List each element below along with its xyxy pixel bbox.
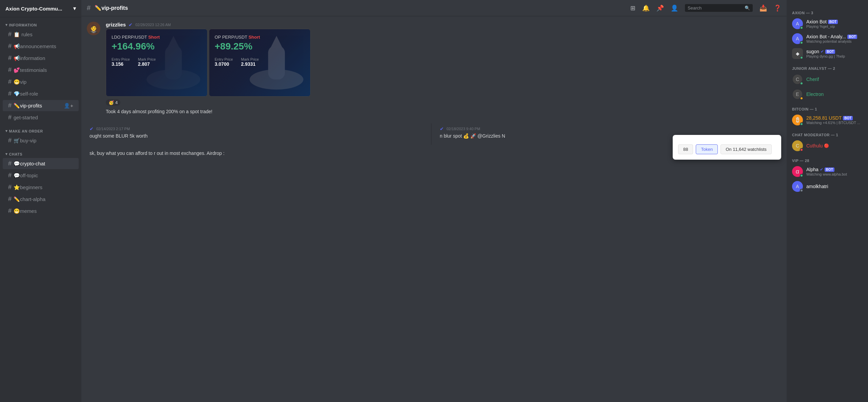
- main-content: # ✏️vip-profits ⊞ 🔔 📌 👤 Search 🔍 📥 ❓ 🤵 g…: [81, 0, 787, 402]
- channel-vip-profits[interactable]: # ✏️vip-profits 👤+: [3, 100, 79, 111]
- hash-icon: #: [8, 207, 12, 215]
- member-amolkhatri[interactable]: A amolkhatri: [789, 179, 865, 194]
- status-indicator: [800, 148, 803, 152]
- member-cherif[interactable]: C Cherif: [789, 72, 865, 87]
- header-icons: ⊞ 🔔 📌 👤 Search 🔍 📥 ❓: [630, 4, 781, 12]
- member-info: Alpha ✔ BOT Watching www.alpha.bot: [806, 167, 847, 176]
- pin-icon[interactable]: 📌: [656, 4, 664, 12]
- channel-group-chats[interactable]: ▾ CHATS: [0, 146, 81, 158]
- channel-buy-vip[interactable]: # 🛒buy-vip: [3, 135, 79, 146]
- timestamp: 02/18/2023 9:40 PM: [447, 127, 480, 131]
- channel-header: # ✏️vip-profits ⊞ 🔔 📌 👤 Search 🔍 📥 ❓: [81, 0, 787, 16]
- inbox-icon[interactable]: 📥: [760, 4, 767, 12]
- avatar: 🤵: [87, 22, 100, 35]
- member-electron[interactable]: E Electron: [789, 87, 865, 102]
- bottom-partial-area: sk, buy what you can afford to r out in …: [87, 147, 781, 160]
- partial-messages-container: ✔ 02/14/2023 2:17 PM ought some BLUR 5k …: [87, 123, 781, 160]
- channel-self-role[interactable]: # 💎self-role: [3, 88, 79, 99]
- channel-label: 🛒buy-vip: [14, 138, 36, 144]
- channel-label: 💬crypto-chat: [14, 161, 45, 167]
- card-percent: +164.96%: [112, 41, 202, 52]
- verified-badge: ✔: [129, 22, 133, 27]
- member-cuthulu[interactable]: C Cuthulu 🔴: [789, 138, 865, 153]
- member-info: Electron: [806, 92, 824, 97]
- channel-announcements[interactable]: # 📢announcements: [3, 41, 79, 52]
- hash-icon: #: [8, 172, 12, 179]
- member-name: Cherif: [806, 77, 819, 82]
- server-header[interactable]: Axion Crypto-Commu... ▾: [0, 0, 81, 17]
- search-icon: 🔍: [745, 5, 750, 11]
- messages-area: 🤵 grizzlies ✔ 02/28/2023 12:26 AM: [81, 16, 787, 402]
- hashtag-icon[interactable]: ⊞: [630, 4, 635, 12]
- channel-rules[interactable]: # 📋 rules: [3, 29, 79, 40]
- card-pair: LDO PERP/USDT Short: [112, 35, 202, 40]
- channel-testimonials[interactable]: # 💕testimonials: [3, 64, 79, 76]
- avatar: A: [792, 18, 803, 29]
- channel-label: 💎self-role: [14, 91, 38, 97]
- search-box[interactable]: Search 🔍: [685, 4, 753, 12]
- hash-icon: #: [8, 43, 12, 50]
- avatar: E: [792, 89, 803, 100]
- channel-label: 💕testimonials: [14, 67, 47, 73]
- status-indicator: [800, 174, 803, 177]
- channel-get-started[interactable]: # get-started: [3, 112, 79, 123]
- dnd-icon: 🔴: [824, 143, 829, 148]
- member-axion-bot[interactable]: A Axion Bot BOT Playing %get_vip: [789, 16, 865, 31]
- member-name: sugon: [806, 49, 819, 54]
- hash-icon: #: [87, 4, 91, 12]
- mute-icon[interactable]: 🔔: [642, 4, 650, 12]
- token-button[interactable]: Token: [696, 144, 718, 154]
- member-group-axion: AXION — 3: [789, 5, 865, 16]
- chevron-icon: ▾: [5, 129, 8, 133]
- reaction-emoji: 🥳: [108, 100, 114, 105]
- channel-label: 💬off-topic: [14, 173, 38, 179]
- watchlist-button[interactable]: On 11,642 watchlists: [721, 144, 772, 154]
- add-member-icon[interactable]: 👤+: [64, 103, 73, 109]
- trading-card-op: OP PERP/USDT Short +89.25% Entry Price 3…: [209, 29, 311, 97]
- channel-vip[interactable]: # 😁vip: [3, 76, 79, 87]
- svg-text:C: C: [796, 77, 799, 82]
- partial-text-left: ought some BLUR 5k worth: [90, 133, 428, 140]
- hash-icon: #: [8, 66, 12, 74]
- reaction-count: 4: [115, 100, 118, 105]
- channel-memes[interactable]: # 😁memes: [3, 205, 79, 217]
- help-icon[interactable]: ❓: [774, 4, 781, 12]
- member-sub: Playing %get_vip: [806, 24, 838, 28]
- channel-label: 📋 rules: [14, 32, 33, 38]
- count-button[interactable]: 88: [678, 144, 693, 154]
- card-prices: Entry Price 3.0700 Mark Price 2.9331: [215, 57, 305, 67]
- member-bitcoin-bot[interactable]: ₿ 28,258.81 USDT BOT Watching +4.61% | B…: [789, 113, 865, 127]
- member-name: Alpha: [806, 167, 818, 172]
- avatar: ₿: [792, 115, 803, 125]
- token-popup-buttons: 88 Token On 11,642 watchlists: [678, 144, 776, 154]
- trading-card-ldo: LDO PERP/USDT Short +164.96% Entry Price…: [106, 29, 208, 97]
- member-name: Cuthulu: [806, 143, 823, 148]
- verified-badge: ✔: [90, 126, 94, 132]
- member-alpha[interactable]: α Alpha ✔ BOT Watching www.alpha.bot: [789, 164, 865, 179]
- channel-information[interactable]: # 📢information: [3, 53, 79, 64]
- member-sugon[interactable]: ◆ sugon ✔ BOT Playing dyno.gg | ?help: [789, 46, 865, 61]
- message-text: Took 4 days almost profiting 200% on a s…: [106, 108, 781, 115]
- reaction[interactable]: 🥳 4: [106, 99, 120, 106]
- hash-icon: #: [8, 90, 12, 97]
- channel-off-topic[interactable]: # 💬off-topic: [3, 170, 79, 181]
- member-name: 28,258.81 USDT: [806, 115, 842, 121]
- server-name: Axion Crypto-Commu...: [5, 6, 62, 12]
- avatar: ◆: [792, 48, 803, 59]
- channel-crypto-chat[interactable]: # 💬crypto-chat: [3, 158, 79, 169]
- channel-label: 📢information: [14, 55, 45, 61]
- channel-beginners[interactable]: # ⭐beginners: [3, 182, 79, 193]
- card-prices: Entry Price 3.156 Mark Price 2.807: [112, 57, 202, 67]
- member-group-bitcoin: BITCOIN — 1: [789, 102, 865, 113]
- members-icon[interactable]: 👤: [671, 4, 678, 12]
- partial-message-left: ✔ 02/14/2023 2:17 PM ought some BLUR 5k …: [87, 123, 432, 145]
- channel-group-information[interactable]: ▾ INFORMATION: [0, 17, 81, 28]
- member-axion-bot-analy[interactable]: A Axion Bot - Analy... BOT Watching pote…: [789, 31, 865, 46]
- channel-group-make-order[interactable]: ▾ MAKE AN ORDER: [0, 123, 81, 135]
- channel-chart-alpha[interactable]: # ✏️chart-alpha: [3, 194, 79, 205]
- member-name: Electron: [806, 92, 824, 97]
- svg-text:E: E: [796, 92, 799, 97]
- status-indicator: [800, 41, 803, 44]
- member-info: Axion Bot BOT Playing %get_vip: [806, 19, 838, 28]
- message-header: grizzlies ✔ 02/28/2023 12:26 AM: [106, 22, 781, 27]
